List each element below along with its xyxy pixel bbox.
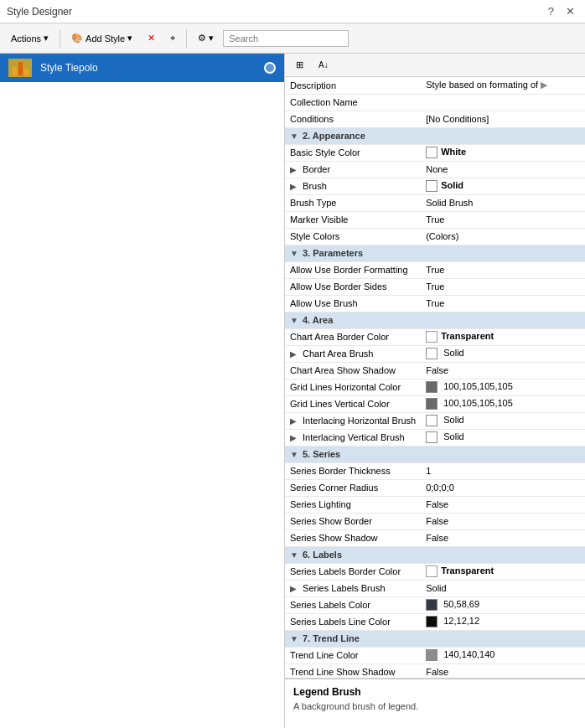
prop-name: Style Colors — [285, 228, 421, 245]
color-swatch — [426, 649, 437, 661]
table-row[interactable]: Trend Line Color 140,140,140 — [285, 647, 585, 663]
section-header-parameters[interactable]: ▼ 3. Parameters — [285, 245, 585, 261]
prop-value: 140,140,140 — [421, 647, 585, 663]
prop-value — [421, 94, 585, 111]
toolbar-divider2 — [186, 29, 187, 48]
section-header-trendline[interactable]: ▼ 7. Trend Line — [285, 630, 585, 647]
settings-chevron-icon: ▾ — [209, 33, 214, 44]
table-row[interactable]: Series Corner Radius 0;0;0;0 — [285, 479, 585, 496]
prop-name: Chart Area Border Color — [285, 328, 421, 345]
window-controls: ? ✕ — [545, 5, 578, 18]
delete-button[interactable]: ✕ — [142, 30, 161, 46]
prop-value: False — [421, 513, 585, 529]
props-az-button[interactable]: A↓ — [313, 58, 334, 72]
close-button[interactable]: ✕ — [562, 5, 578, 18]
section-label: 2. Appearance — [303, 131, 365, 141]
search-input[interactable] — [223, 30, 349, 47]
prop-name: Series Lighting — [285, 496, 421, 513]
color-swatch — [426, 599, 437, 611]
section-header-appearance[interactable]: ▼ 2. Appearance — [285, 127, 585, 144]
table-row[interactable]: Brush Type Solid Brush — [285, 194, 585, 211]
section-header-area[interactable]: ▼ 4. Area — [285, 312, 585, 328]
prop-name: Series Labels Line Color — [285, 613, 421, 630]
table-row[interactable]: ▶ Series Labels Brush Solid — [285, 580, 585, 596]
table-row[interactable]: Chart Area Border Color Transparent — [285, 328, 585, 345]
prop-value: Solid — [421, 580, 585, 596]
table-row[interactable]: Collection Name — [285, 94, 585, 111]
prop-value: Solid — [421, 412, 585, 429]
prop-value: True — [421, 261, 585, 278]
section-header-labels[interactable]: ▼ 6. Labels — [285, 546, 585, 563]
table-row[interactable]: ▶ Chart Area Brush Solid — [285, 345, 585, 362]
table-row[interactable]: Allow Use Border Formatting True — [285, 261, 585, 278]
table-row[interactable]: Series Show Border False — [285, 513, 585, 529]
table-row[interactable]: Style Colors (Colors) — [285, 228, 585, 245]
table-row[interactable]: Series Labels Line Color 12,12,12 — [285, 613, 585, 630]
color-swatch — [426, 565, 437, 577]
prop-name: Conditions — [285, 111, 421, 127]
props-table-container[interactable]: Description Style based on formating of … — [285, 77, 585, 678]
az-icon: A↓ — [318, 60, 329, 70]
search-nav-button[interactable]: ⌖ — [164, 30, 181, 46]
help-button[interactable]: ? — [545, 5, 557, 18]
prop-value: False — [421, 663, 585, 678]
main-toolbar: Actions ▾ 🎨 Add Style ▾ ✕ ⌖ ⚙ ▾ — [0, 23, 585, 54]
prop-name: Trend Line Color — [285, 647, 421, 663]
table-row[interactable]: Series Labels Color 50,58,69 — [285, 596, 585, 613]
prop-name: Allow Use Brush — [285, 295, 421, 312]
table-row[interactable]: Allow Use Border Sides True — [285, 278, 585, 295]
props-sort-button[interactable]: ⊞ — [290, 57, 309, 73]
table-row[interactable]: Allow Use Brush True — [285, 295, 585, 312]
prop-value: Transparent — [421, 328, 585, 345]
table-row[interactable]: Trend Line Show Shadow False — [285, 663, 585, 678]
table-row[interactable]: Grid Lines Horizontal Color 100,105,105,… — [285, 379, 585, 395]
add-style-label: Add Style — [85, 34, 125, 44]
table-row[interactable]: Description Style based on formating of … — [285, 77, 585, 94]
style-name: Style Tiepolo — [40, 62, 256, 74]
table-row[interactable]: Marker Visible True — [285, 211, 585, 228]
actions-button[interactable]: Actions ▾ — [5, 30, 54, 46]
gear-icon: ⚙ — [198, 33, 206, 44]
table-row[interactable]: ▶ Brush Solid — [285, 178, 585, 194]
left-panel: Style Tiepolo — [0, 54, 285, 728]
table-row[interactable]: Grid Lines Vertical Color 100,105,105,10… — [285, 395, 585, 412]
prop-value: None — [421, 161, 585, 178]
settings-button[interactable]: ⚙ ▾ — [192, 30, 220, 46]
table-row[interactable]: Series Show Shadow False — [285, 529, 585, 546]
section-label: 3. Parameters — [303, 248, 363, 258]
table-row[interactable]: Conditions [No Conditions] — [285, 111, 585, 127]
prop-name: Series Labels Color — [285, 596, 421, 613]
table-row[interactable]: ▶ Interlacing Vertical Brush Solid — [285, 429, 585, 446]
color-swatch — [426, 431, 437, 443]
table-row[interactable]: ▶ Interlacing Horizontal Brush Solid — [285, 412, 585, 429]
prop-value: 50,58,69 — [421, 596, 585, 613]
style-item[interactable]: Style Tiepolo — [0, 54, 284, 82]
table-row[interactable]: Chart Area Show Shadow False — [285, 362, 585, 379]
prop-value: 12,12,12 — [421, 613, 585, 630]
table-row[interactable]: Series Labels Border Color Transparent — [285, 563, 585, 580]
section-label: 5. Series — [303, 449, 340, 459]
prop-name: Series Show Border — [285, 513, 421, 529]
section-header-series[interactable]: ▼ 5. Series — [285, 446, 585, 462]
prop-name: Series Border Thickness — [285, 462, 421, 479]
table-row[interactable]: Series Lighting False — [285, 496, 585, 513]
prop-value: Solid — [421, 178, 585, 194]
prop-value: False — [421, 529, 585, 546]
prop-name: ▶ Border — [285, 161, 421, 178]
color-swatch — [426, 147, 437, 158]
table-row[interactable]: ▶ Border None — [285, 161, 585, 178]
delete-icon: ✕ — [148, 33, 155, 44]
prop-name: Series Corner Radius — [285, 479, 421, 496]
prop-value: White — [421, 144, 585, 161]
color-swatch — [426, 415, 437, 426]
add-style-button[interactable]: 🎨 Add Style ▾ — [65, 30, 138, 46]
prop-value: Style based on formating of ▶ — [421, 77, 585, 94]
prop-value: True — [421, 278, 585, 295]
info-title: Legend Brush — [293, 686, 577, 698]
info-description: A background brush of legend. — [293, 701, 577, 711]
main-content: Style Tiepolo ⊞ A↓ Description Style bas… — [0, 54, 585, 728]
table-row[interactable]: Basic Style Color White — [285, 144, 585, 161]
table-row[interactable]: Series Border Thickness 1 — [285, 462, 585, 479]
section-label: 4. Area — [303, 315, 333, 325]
prop-name: Chart Area Show Shadow — [285, 362, 421, 379]
